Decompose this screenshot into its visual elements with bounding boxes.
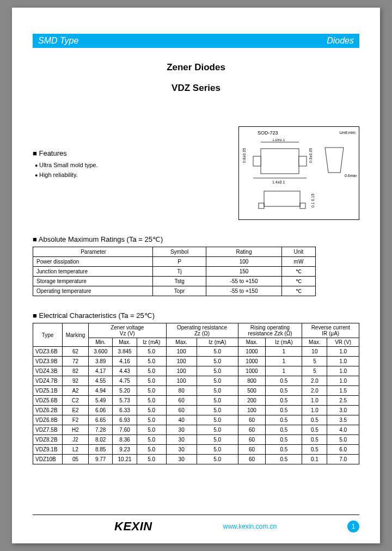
feature-item: Ultra Small mold type. [35,162,238,168]
table-cell: 1.0 [302,406,327,415]
table-cell: 500 [238,386,266,396]
svg-text:0.1 0.15: 0.1 0.15 [311,194,315,207]
table-cell: 100 [166,357,197,366]
features-heading: Features [33,149,238,157]
table-cell: 100 [166,366,197,376]
table-cell: 5.0 [197,415,238,425]
table-cell: VDZ6.8B [33,415,63,425]
table-cell: 10 [302,347,327,357]
table-cell: 5.0 [197,396,238,406]
table-cell: 1000 [238,357,266,366]
table-cell: A2 [63,386,89,396]
footer-url: www.kexin.com.cn [223,523,277,530]
table-row: VDZ7.5BH27.287.605.0305.0600.50.54.0 [33,425,359,435]
table-cell: 2.0 [302,386,327,396]
col-header: Symbol [153,247,206,257]
table-row: VDZ5.6BC25.495.735.0605.02000.51.02.5 [33,396,359,406]
table-cell: 1.0 [327,357,359,366]
table-cell: VDZ5.6B [33,396,63,406]
table-cell: 0.5 [302,445,327,455]
table-cell: 5.0 [137,425,166,435]
table-cell: 60 [238,445,266,455]
table-cell: 60 [166,396,197,406]
table-cell: 0.5 [266,455,302,464]
table-row: VDZ10B059.7710.215.0305.0600.50.17.0 [33,455,359,464]
table-cell: 5 [302,366,327,376]
table-cell: VDZ5.1B [33,386,63,396]
ec-heading: Electrical Characteristics (Ta = 25℃) [33,311,359,320]
table-cell: 4.55 [89,376,113,386]
svg-text:0.8±0.05: 0.8±0.05 [242,148,246,163]
col-header: Unit [281,247,315,257]
table-cell: 10.21 [113,455,137,464]
table-cell: 62 [63,347,89,357]
table-cell: 5.0 [137,376,166,386]
col-header: Parameter [33,247,153,257]
table-cell: 5 [302,357,327,366]
svg-text:1.0±0.1: 1.0±0.1 [272,139,285,142]
col-subheader: Min. [89,338,113,347]
table-cell: 4.75 [113,376,137,386]
table-cell: 100 [206,257,282,267]
table-cell: 5.0 [197,366,238,376]
table-cell: 5.0 [197,455,238,464]
table-row: VDZ4.7B924.554.755.01005.08000.52.01.0 [33,376,359,386]
table-cell: 60 [238,455,266,464]
table-cell: Power dissipation [33,257,153,267]
table-cell: Topr [153,286,206,296]
table-cell: 7.0 [327,455,359,464]
table-cell: 3.845 [113,347,137,357]
table-cell: Junction temperature [33,267,153,277]
table-cell: Tstg [153,277,206,286]
abs-max-table: Parameter Symbol Rating Unit Power dissi… [33,247,316,296]
package-unit: Unit:mm [339,130,356,135]
table-cell: VDZ7.5B [33,425,63,435]
table-cell: 0.1 [302,455,327,464]
table-cell: 8.85 [89,445,113,455]
table-cell: 0.5 [266,415,302,425]
table-cell: 1.0 [327,347,359,357]
svg-rect-2 [299,156,307,166]
table-cell: 5.0 [137,386,166,396]
table-cell: 200 [238,396,266,406]
table-cell: 1.0 [327,366,359,376]
col-subheader: Iz (mA) [266,338,302,347]
header-bar: SMD Type Diodes [33,34,359,48]
table-cell: 800 [238,376,266,386]
table-cell: 8.36 [113,435,137,445]
table-cell: VDZ10B [33,455,63,464]
header-right: Diodes [327,36,354,46]
table-cell: 1.0 [302,396,327,406]
table-cell: 40 [166,415,197,425]
table-cell: 0.5 [266,386,302,396]
table-cell: Tj [153,267,206,277]
table-cell: 60 [238,435,266,445]
table-cell: H2 [63,425,89,435]
table-cell: ℃ [281,267,315,277]
table-cell: 6.93 [113,415,137,425]
table-cell: 1.0 [327,376,359,386]
col-subheader: Max. [113,338,137,347]
table-cell: Storage temperature [33,277,153,286]
svg-rect-11 [264,191,300,206]
header-left: SMD Type [38,36,78,46]
table-cell: 30 [166,445,197,455]
table-row: Storage temperatureTstg-55 to +150℃ [33,277,316,286]
table-row: VDZ5.1BA24.945.205.0805.05000.52.01.5 [33,386,359,396]
table-cell: 5.0 [197,357,238,366]
table-cell: 5.0 [137,396,166,406]
table-cell: 1000 [238,366,266,376]
table-cell: 5.0 [137,366,166,376]
table-cell: 5.0 [197,435,238,445]
table-cell: 60 [166,406,197,415]
table-cell: 5.0 [197,406,238,415]
table-cell: 6.33 [113,406,137,415]
svg-rect-12 [259,203,264,209]
feature-item: High reliability. [35,172,238,178]
table-cell: 30 [166,455,197,464]
table-cell: 1.5 [327,386,359,396]
table-cell: 6.0 [327,445,359,455]
package-label: SOD-723 [258,130,278,136]
table-row: Power dissipationP100mW [33,257,316,267]
table-cell: VDZ8.2B [33,435,63,445]
